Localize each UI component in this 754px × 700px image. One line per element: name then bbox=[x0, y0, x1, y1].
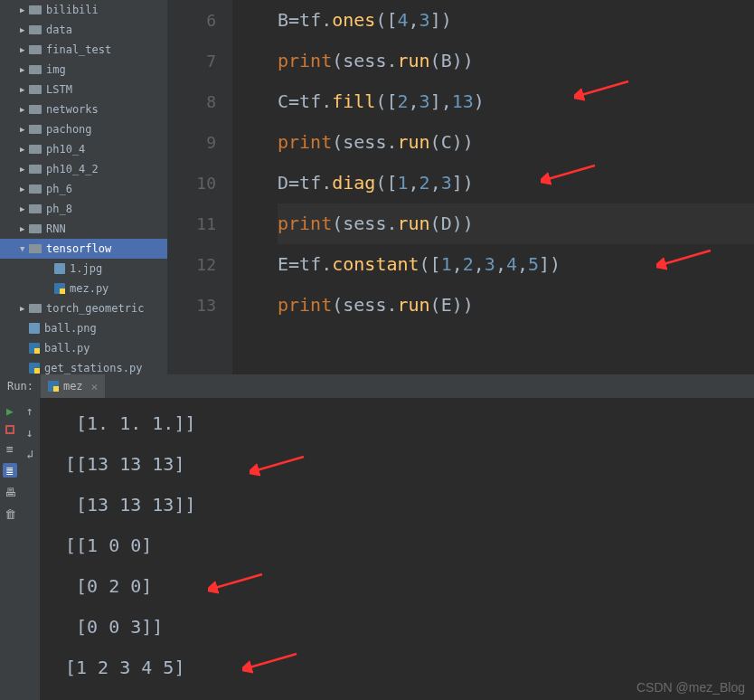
tree-item-label: ph_6 bbox=[46, 183, 72, 195]
line-number: 6 bbox=[167, 0, 216, 41]
wrap-icon[interactable]: ↲ bbox=[23, 447, 37, 461]
line-number: 13 bbox=[167, 285, 216, 326]
tree-item-label: 1.jpg bbox=[70, 262, 102, 275]
line-gutter: 678910111213 bbox=[167, 0, 232, 374]
tree-item[interactable]: ▼tensorflow bbox=[0, 239, 167, 259]
code-line[interactable]: print(sess.run(D)) bbox=[278, 203, 754, 244]
line-number: 10 bbox=[167, 163, 216, 203]
line-number: 7 bbox=[167, 41, 216, 81]
tree-item[interactable]: ▶ph10_4_2 bbox=[0, 159, 167, 179]
code-line[interactable]: print(sess.run(B)) bbox=[278, 41, 754, 81]
console-line: [[1 0 0] bbox=[65, 525, 745, 566]
folder-icon bbox=[29, 65, 42, 74]
file-icon bbox=[54, 263, 65, 274]
tree-item-label: torch_geometric bbox=[46, 302, 144, 315]
folder-icon bbox=[29, 45, 42, 54]
code-editor[interactable]: 678910111213 B=tf.ones([4,3])print(sess.… bbox=[167, 0, 754, 374]
line-number: 8 bbox=[167, 81, 216, 122]
folder-icon bbox=[29, 184, 42, 194]
folder-icon bbox=[29, 304, 42, 313]
tree-item-label: tensorflow bbox=[46, 242, 111, 255]
watermark: CSDN @mez_Blog bbox=[636, 680, 745, 695]
python-icon bbox=[29, 343, 40, 354]
stop-icon[interactable] bbox=[5, 425, 14, 434]
tree-item[interactable]: ▶torch_geometric bbox=[0, 298, 167, 318]
tree-item-label: img bbox=[46, 63, 66, 76]
console-line: [1. 1. 1.]] bbox=[65, 403, 745, 444]
tree-item[interactable]: ball.png bbox=[0, 318, 167, 338]
layout-icon[interactable]: ≡ bbox=[3, 441, 17, 456]
console-output[interactable]: [1. 1. 1.]][[13 13 13] [13 13 13]][[1 0 … bbox=[40, 398, 754, 700]
tree-item-label: ball.py bbox=[44, 342, 90, 355]
code-area[interactable]: B=tf.ones([4,3])print(sess.run(B))C=tf.f… bbox=[232, 0, 754, 374]
tree-item-label: data bbox=[46, 24, 72, 36]
console-line: [[13 13 13] bbox=[65, 444, 745, 485]
tree-item-label: ph_8 bbox=[46, 203, 72, 215]
code-line[interactable]: D=tf.diag([1,2,3]) bbox=[278, 163, 754, 203]
code-line[interactable]: B=tf.ones([4,3]) bbox=[278, 0, 754, 41]
print-icon[interactable]: 🖶 bbox=[3, 485, 17, 499]
tree-item[interactable]: ▶ph_6 bbox=[0, 179, 167, 199]
tree-item-label: ph10_4 bbox=[46, 143, 85, 156]
tree-item[interactable]: ball.py bbox=[0, 338, 167, 358]
filter-icon[interactable]: ≣ bbox=[3, 463, 17, 478]
line-number: 9 bbox=[167, 122, 216, 163]
tree-item[interactable]: ▶RNN bbox=[0, 219, 167, 239]
code-line[interactable]: print(sess.run(E)) bbox=[278, 285, 754, 326]
tree-item-label: pachong bbox=[46, 123, 92, 136]
up-arrow-icon[interactable]: ↑ bbox=[23, 403, 37, 418]
folder-icon bbox=[29, 85, 42, 94]
down-arrow-icon[interactable]: ↓ bbox=[23, 425, 37, 440]
tree-item[interactable]: get_stations.py bbox=[0, 358, 167, 374]
run-panel: Run: mez × ▶ ≡ ≣ 🖶 🗑 ↑ ↓ ↲ bbox=[0, 374, 754, 700]
code-line[interactable]: print(sess.run(C)) bbox=[278, 122, 754, 163]
run-tab-name: mez bbox=[63, 380, 83, 393]
tree-item-label: ph10_4_2 bbox=[46, 163, 99, 175]
tree-item-label: LSTM bbox=[46, 83, 72, 96]
tree-item-label: ball.png bbox=[44, 322, 97, 335]
line-number: 11 bbox=[167, 203, 216, 244]
folder-icon bbox=[29, 25, 42, 34]
run-tab[interactable]: mez × bbox=[41, 374, 106, 398]
run-label: Run: bbox=[0, 380, 41, 393]
close-icon[interactable]: × bbox=[91, 380, 99, 393]
python-icon bbox=[54, 283, 65, 294]
project-tree[interactable]: ▶bilibili▶data▶final_test▶img▶LSTM▶netwo… bbox=[0, 0, 167, 374]
line-number: 12 bbox=[167, 244, 216, 285]
console-line: [13 13 13]] bbox=[65, 485, 745, 525]
run-header: Run: mez × bbox=[0, 374, 754, 398]
tree-item[interactable]: ▶bilibili bbox=[0, 0, 167, 20]
tree-item[interactable]: ▶ph10_4 bbox=[0, 139, 167, 159]
tree-item-label: RNN bbox=[46, 222, 66, 235]
tree-item-label: bilibili bbox=[46, 4, 99, 16]
folder-icon bbox=[29, 244, 42, 253]
code-line[interactable]: C=tf.fill([2,3],13) bbox=[278, 81, 754, 122]
file-icon bbox=[29, 323, 40, 334]
folder-icon bbox=[29, 5, 42, 14]
folder-icon bbox=[29, 145, 42, 154]
tree-item[interactable]: ▶ph_8 bbox=[0, 199, 167, 219]
tree-item-label: get_stations.py bbox=[44, 362, 142, 374]
run-toolbar: ▶ ≡ ≣ 🖶 🗑 ↑ ↓ ↲ bbox=[0, 398, 40, 700]
trash-icon[interactable]: 🗑 bbox=[3, 506, 17, 521]
tree-item[interactable]: ▶final_test bbox=[0, 40, 167, 60]
play-icon[interactable]: ▶ bbox=[3, 403, 17, 418]
folder-icon bbox=[29, 105, 42, 114]
tree-item[interactable]: ▶pachong bbox=[0, 119, 167, 139]
tree-item[interactable]: mez.py bbox=[0, 279, 167, 298]
code-line[interactable]: E=tf.constant([1,2,3,4,5]) bbox=[278, 244, 754, 285]
python-icon bbox=[48, 381, 59, 392]
console-line: [0 2 0] bbox=[65, 566, 745, 607]
tree-item[interactable]: ▶img bbox=[0, 60, 167, 80]
tree-item[interactable]: ▶LSTM bbox=[0, 80, 167, 99]
folder-icon bbox=[29, 204, 42, 213]
console-line: [0 0 3]] bbox=[65, 607, 745, 648]
python-icon bbox=[29, 363, 40, 374]
folder-icon bbox=[29, 224, 42, 233]
tree-item-label: final_test bbox=[46, 43, 111, 56]
tree-item[interactable]: ▶data bbox=[0, 20, 167, 40]
tree-item[interactable]: ▶networks bbox=[0, 99, 167, 119]
tree-item-label: networks bbox=[46, 103, 99, 116]
tree-item[interactable]: 1.jpg bbox=[0, 259, 167, 279]
folder-icon bbox=[29, 165, 42, 174]
